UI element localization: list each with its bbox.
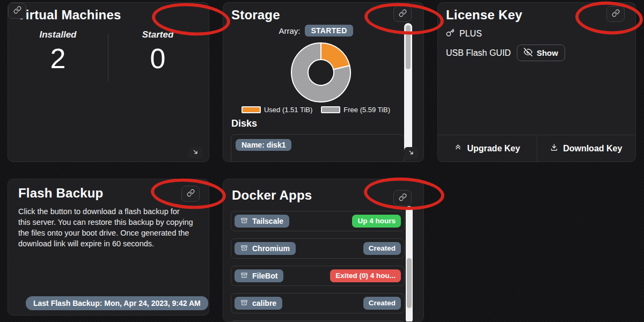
docker-app-badge[interactable]: FileBot: [235, 269, 283, 282]
angles-up-icon: [454, 143, 462, 153]
docker-row-calibre: calibre Created: [231, 293, 405, 313]
docker-status-badge: Created: [363, 242, 401, 255]
disk-name-badge: Name: disk1: [236, 139, 291, 151]
link-icon: [13, 6, 21, 16]
disk-row: Name: disk1: [231, 134, 405, 162]
show-guid-button[interactable]: Show: [517, 45, 565, 61]
legend-used-label: Used (1.51 TiB): [264, 106, 312, 114]
eye-slash-icon: [524, 48, 532, 58]
upgrade-key-label: Upgrade Key: [467, 144, 520, 153]
docker-row-filebot: FileBot Exited (0) 4 hou...: [231, 266, 405, 286]
license-footer: Upgrade Key Download Key: [438, 135, 635, 162]
docker-status-badge: Up 4 hours: [352, 215, 401, 228]
docker-row-chromium: Chromium Created: [231, 238, 405, 259]
docker-app-name: FileBot: [252, 272, 277, 280]
legend-free: Free (5.59 TiB): [321, 106, 390, 114]
docker-status-badge: Created: [363, 297, 401, 310]
download-icon: [550, 143, 558, 153]
license-tier-label: PLUS: [459, 29, 482, 39]
docker-card-title: Docker Apps: [232, 188, 312, 203]
donut-legend: Used (1.51 TiB) Free (5.59 TiB): [223, 106, 408, 114]
docker-app-badge[interactable]: calibre: [235, 297, 282, 310]
array-status-badge: STARTED: [305, 25, 353, 36]
vm-link-button[interactable]: [8, 3, 26, 19]
upgrade-key-button[interactable]: Upgrade Key: [438, 135, 537, 162]
legend-free-label: Free (5.59 TiB): [343, 106, 390, 114]
container-box-icon: [240, 299, 248, 308]
docker-status-badge: Exited (0) 4 hou...: [330, 269, 401, 282]
guid-row: USB Flash GUID Show: [446, 45, 565, 61]
show-guid-label: Show: [537, 48, 558, 57]
docker-row-tailscale: Tailscale Up 4 hours: [231, 211, 405, 231]
key-icon: [446, 28, 455, 39]
resize-arrow-icon: [407, 149, 415, 158]
license-card-title: License Key: [446, 8, 522, 23]
container-box-icon: [240, 217, 248, 225]
vm-started-value: 0: [108, 42, 208, 75]
flash-card-title: Flash Backup: [18, 186, 103, 201]
legend-used: Used (1.51 TiB): [241, 106, 312, 114]
storage-donut-chart: [290, 41, 352, 104]
flash-backup-description: Click the button to download a flash bac…: [18, 206, 193, 249]
vm-installed-column: Installed 2: [8, 30, 108, 75]
disks-heading: Disks: [231, 118, 257, 129]
container-box-icon: [240, 244, 248, 253]
container-box-icon: [240, 272, 248, 280]
docker-app-name: Chromium: [252, 245, 290, 252]
guid-label: USB Flash GUID: [446, 48, 511, 58]
docker-app-name: Tailscale: [252, 217, 283, 225]
storage-card-title: Storage: [231, 8, 280, 23]
resize-arrow-icon: [192, 148, 199, 158]
docker-app-badge[interactable]: Chromium: [235, 242, 296, 255]
docker-app-name: calibre: [252, 299, 276, 307]
vm-stats-divider: [108, 34, 108, 81]
download-key-label: Download Key: [563, 144, 622, 153]
vm-started-column: Started 0: [108, 30, 208, 75]
docker-app-badge[interactable]: Tailscale: [235, 215, 289, 228]
legend-used-swatch: [241, 106, 261, 113]
vm-card-title: Virtual Machines: [17, 8, 121, 23]
donut-used-segment: [321, 43, 349, 69]
vm-installed-value: 2: [8, 42, 108, 75]
storage-resize-handle[interactable]: [404, 147, 418, 159]
docker-scrollbar-thumb[interactable]: [407, 258, 412, 308]
array-label: Array:: [279, 26, 300, 35]
last-flash-backup-badge: Last Flash Backup: Mon, Apr 24, 2023, 9:…: [26, 296, 208, 310]
license-tier-row: PLUS: [446, 28, 482, 39]
vm-resize-handle[interactable]: [188, 147, 202, 159]
legend-free-swatch: [321, 106, 340, 113]
vm-installed-label: Installed: [8, 30, 108, 40]
download-key-button[interactable]: Download Key: [537, 135, 636, 162]
